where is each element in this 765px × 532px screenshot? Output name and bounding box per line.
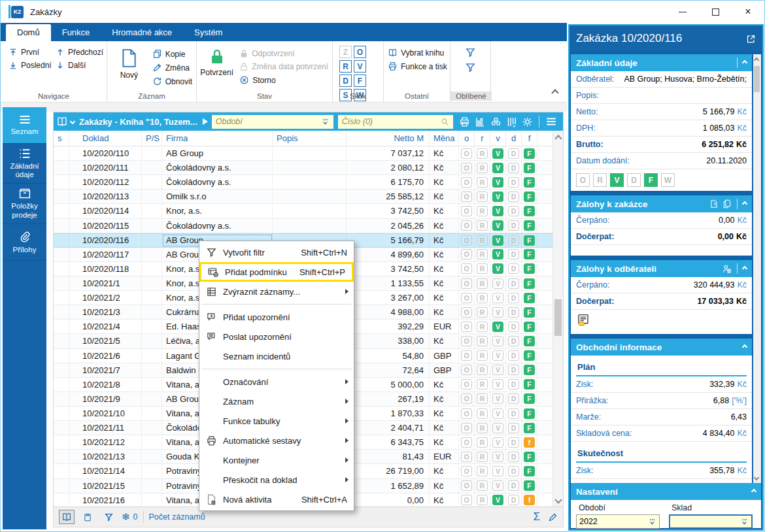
chevron-down-icon[interactable] (70, 119, 75, 124)
column-header-s[interactable]: s (54, 131, 69, 146)
collapse-icon[interactable] (751, 489, 756, 494)
period-filter-input[interactable]: Období (212, 115, 333, 129)
table-row[interactable]: 10/2020/110AB Group7 037,12KčORVDF (54, 146, 554, 161)
jump-key-z[interactable]: Z (339, 46, 352, 58)
functions-print-button[interactable]: Funkce a tisk (384, 59, 450, 73)
select-book-button[interactable]: Vybrat knihu (384, 46, 450, 59)
collapse-icon[interactable] (742, 60, 747, 65)
open-external-icon[interactable] (746, 34, 756, 44)
jump-key-o[interactable]: O (354, 46, 366, 58)
advance-doc-icon[interactable] (709, 199, 719, 208)
column-header-m-na[interactable]: Měna (430, 131, 459, 146)
previous-button[interactable]: Předchozí (52, 46, 99, 59)
sidebar-item-z-kladn-daje[interactable]: Základní údaje (3, 144, 46, 184)
next-button[interactable]: Další (52, 59, 99, 72)
table-row[interactable]: 10/2020/112Čokoládovny a.s.6 175,70KčORV… (54, 175, 554, 190)
tab-hromadne-akce[interactable]: Hromadné akce (101, 24, 183, 41)
column-header-doklad[interactable]: Doklad (69, 131, 142, 146)
menu-item-kontejner[interactable]: Kontejner (199, 450, 354, 470)
edit-pencil-icon[interactable] (548, 512, 558, 522)
column-header-netto-m[interactable]: Netto M (347, 131, 430, 146)
menu-item-přidat-podmínku[interactable]: Přidat podmínkuShift+Ctrl+P (199, 262, 354, 282)
stock-combo[interactable] (669, 514, 753, 529)
table-row[interactable]: 10/2020/111Čokoládovny a.s.2 080,12KčORV… (54, 161, 554, 175)
person-doc-icon[interactable] (722, 264, 732, 274)
change-confirm-date-button[interactable]: Změna data potvrzení (235, 60, 332, 73)
sum-icon[interactable]: Σ (533, 510, 540, 524)
table-row[interactable]: 10/2020/113Omilk s.r.o25 585,12KčORVDF (54, 190, 554, 204)
unconfirm-button[interactable]: Odpotvrzení (235, 47, 332, 60)
table-row[interactable]: 10/2020/114Knor, a.s.3 742,50KčORVDF (54, 204, 554, 218)
sidebar-item-polo-ky-prodeje[interactable]: Položky prodeje (3, 184, 46, 224)
print-icon[interactable] (459, 116, 470, 127)
advance-doc-copy-icon[interactable] (722, 199, 732, 208)
column-header-p-s[interactable]: P/S (142, 131, 162, 146)
number-search-input[interactable]: Číslo (0) (338, 115, 453, 129)
sidebar-item-p-lohy[interactable]: Přílohy (3, 224, 46, 261)
advance-invoice-icon[interactable] (571, 310, 752, 334)
settings-gear-icon[interactable] (522, 116, 533, 127)
tab-funkce[interactable]: Funkce (51, 24, 101, 41)
menu-item-přeskočit-na-doklad[interactable]: Přeskočit na doklad (199, 470, 354, 490)
jump-key-f[interactable]: F (354, 75, 366, 87)
book-title[interactable]: Zakázky - Kniha "10, Tuzem... (79, 117, 197, 127)
collapse-icon[interactable] (742, 266, 747, 271)
scroll-up-icon[interactable] (554, 135, 562, 142)
chart-icon[interactable] (475, 116, 486, 127)
refresh-button[interactable]: Obnovit (148, 75, 196, 88)
menu-item-poslat-upozornění[interactable]: Poslat upozornění (199, 327, 354, 346)
first-button[interactable]: První (5, 46, 52, 59)
close-button[interactable]: × (732, 1, 764, 23)
column-header-popis[interactable]: Popis (273, 131, 347, 146)
card-advances-order-header[interactable]: Zálohy k zakázce (571, 195, 752, 212)
last-button[interactable]: Poslední (5, 59, 52, 72)
storno-button[interactable]: Storno (235, 73, 332, 87)
menu-item-přidat-upozornění[interactable]: Přidat upozornění (199, 307, 354, 327)
panel-scroll-up-icon[interactable] (754, 58, 759, 63)
card-business-header[interactable]: Obchodní informace (571, 339, 752, 356)
copy-button[interactable]: Kopie (148, 47, 196, 61)
table-menu-icon[interactable] (545, 116, 557, 127)
column-header-f[interactable]: f (522, 131, 537, 146)
tab-domu[interactable]: Domů (6, 24, 51, 41)
favorite-filter-icon[interactable] (465, 47, 476, 58)
menu-item-automatické-sestavy[interactable]: Automatické sestavy (199, 431, 354, 450)
column-header-o[interactable]: o (459, 131, 475, 146)
minimize-button[interactable] (666, 1, 699, 23)
menu-item-funkce-tabulky[interactable]: Funkce tabulky (199, 411, 354, 431)
period-combo[interactable]: 2022 (576, 514, 660, 529)
menu-item-vytvořit-filtr[interactable]: Vytvořit filtrShift+Ctrl+N (199, 242, 354, 262)
panel-scroll-down-icon[interactable] (754, 475, 759, 480)
menu-item-nová-aktivita[interactable]: Nová aktivitaShift+Ctrl+A (199, 490, 354, 509)
column-header-v[interactable]: v (490, 131, 506, 146)
column-header-firma[interactable]: Firma (162, 131, 273, 146)
column-header-d[interactable]: d (506, 131, 522, 146)
table-vertical-scrollbar[interactable] (552, 131, 563, 507)
change-button[interactable]: Změna (148, 61, 196, 75)
menu-item-seznam-incidentů[interactable]: Seznam incidentů (199, 346, 354, 366)
table-row[interactable]: 10/2020/115Čokoládovny a.s.2 045,26KčORV… (54, 219, 554, 233)
collapse-icon[interactable] (742, 344, 747, 350)
maximize-button[interactable] (699, 1, 732, 23)
menu-item-označování[interactable]: Označování (199, 372, 354, 391)
container-button[interactable] (80, 510, 95, 524)
process-icon[interactable] (490, 116, 502, 127)
panel-scrollbar[interactable] (753, 54, 761, 483)
tab-system[interactable]: Systém (183, 24, 233, 41)
scroll-down-icon[interactable] (554, 496, 562, 503)
card-basic-header[interactable]: Základní údaje (571, 54, 752, 71)
ribbon-collapse-icon[interactable] (551, 89, 558, 96)
jump-key-d[interactable]: D (339, 75, 352, 87)
book-view-button[interactable] (59, 510, 75, 524)
card-settings-header[interactable]: Nastavení (571, 483, 761, 500)
book-select-icon[interactable] (56, 116, 68, 127)
columns-icon[interactable] (506, 116, 517, 127)
collapse-icon[interactable] (742, 201, 747, 207)
combo-arrow-icon[interactable] (321, 118, 330, 126)
menu-item-záznam[interactable]: Záznam (199, 391, 354, 411)
sidebar-item-seznam[interactable]: Seznam (3, 107, 46, 144)
jump-key-r[interactable]: R (339, 60, 352, 73)
column-header-r[interactable]: r (475, 131, 490, 146)
scrollbar-thumb[interactable] (554, 299, 562, 336)
filter-button[interactable] (101, 510, 116, 524)
